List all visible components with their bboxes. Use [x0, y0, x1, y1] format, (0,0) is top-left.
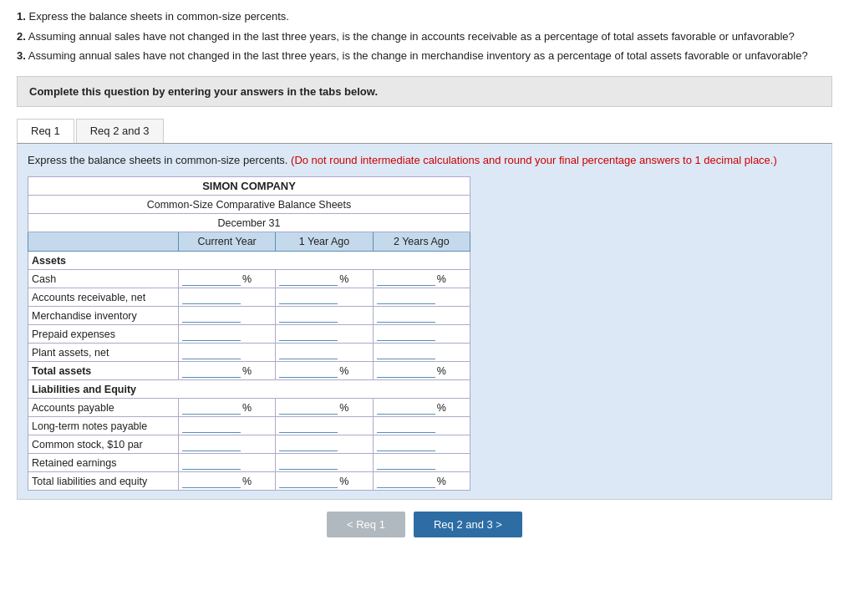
input-1-1-0[interactable]: [182, 419, 241, 433]
input-cell-0-4-2[interactable]: [373, 344, 470, 362]
prev-button[interactable]: < Req 1: [327, 512, 405, 537]
input-cell-1-3-1[interactable]: [276, 454, 373, 472]
input-cell-0-1-2[interactable]: [373, 288, 470, 307]
col-header-current: Current Year: [179, 232, 276, 252]
input-0-2-1[interactable]: [279, 308, 338, 323]
pct-sign-1-4-2: %: [437, 476, 446, 487]
input-0-4-1[interactable]: [279, 345, 338, 359]
input-0-4-0[interactable]: [182, 345, 241, 359]
input-1-0-0[interactable]: [182, 400, 241, 415]
row-label-1-0: Accounts payable: [28, 399, 179, 417]
input-cell-1-3-0[interactable]: [179, 454, 276, 472]
input-cell-0-1-1[interactable]: [276, 288, 373, 307]
row-label-1-4: Total liabilities and equity: [28, 472, 179, 491]
pct-sign-0-5-0: %: [242, 365, 252, 377]
input-0-4-2[interactable]: [377, 345, 435, 359]
input-1-1-1[interactable]: [279, 419, 338, 433]
input-cell-0-2-2[interactable]: [373, 307, 470, 325]
row-label-0-5: Total assets: [28, 362, 179, 380]
input-cell-0-0-2[interactable]: %: [373, 270, 470, 288]
input-0-1-2[interactable]: [377, 290, 435, 304]
pct-sign-0-0-2: %: [437, 273, 446, 285]
input-0-0-1[interactable]: [279, 272, 338, 286]
input-cell-1-1-2[interactable]: [373, 417, 470, 435]
next-button[interactable]: Req 2 and 3 >: [414, 512, 522, 537]
pct-sign-1-0-0: %: [242, 402, 252, 414]
balance-sheet-table-container: SIMON COMPANY Common-Size Comparative Ba…: [28, 176, 821, 491]
row-label-0-1: Accounts receivable, net: [28, 288, 179, 307]
table-row: Long-term notes payable: [28, 417, 470, 435]
input-0-2-0[interactable]: [182, 308, 241, 323]
input-cell-1-4-0[interactable]: %: [179, 472, 276, 491]
tab-req1[interactable]: Req 1: [17, 119, 74, 143]
input-0-3-0[interactable]: [182, 327, 241, 341]
input-cell-1-0-1[interactable]: %: [276, 399, 373, 417]
tab-req23[interactable]: Req 2 and 3: [76, 119, 164, 143]
section-header-0: Assets: [28, 252, 470, 270]
table-row: Prepaid expenses: [28, 325, 470, 344]
table-row: Cash%%%: [28, 270, 470, 288]
pct-sign-0-5-2: %: [437, 365, 446, 377]
input-1-4-1[interactable]: [279, 474, 338, 488]
input-cell-1-0-0[interactable]: %: [179, 399, 276, 417]
input-1-2-2[interactable]: [377, 437, 435, 451]
input-cell-0-0-1[interactable]: %: [276, 270, 373, 288]
input-1-4-2[interactable]: [377, 474, 435, 488]
input-1-0-1[interactable]: [279, 400, 338, 415]
input-0-5-2[interactable]: [377, 364, 435, 378]
tab-bar: Req 1 Req 2 and 3: [17, 119, 832, 144]
input-0-0-0[interactable]: [182, 272, 241, 286]
col-header-1yr: 1 Year Ago: [276, 232, 373, 252]
input-0-3-2[interactable]: [377, 327, 435, 341]
input-cell-0-4-1[interactable]: [276, 344, 373, 362]
input-cell-0-5-1[interactable]: %: [276, 362, 373, 380]
section-header-1: Liabilities and Equity: [28, 380, 470, 399]
input-1-3-1[interactable]: [279, 456, 338, 470]
input-cell-0-0-0[interactable]: %: [179, 270, 276, 288]
row-label-0-3: Prepaid expenses: [28, 325, 179, 344]
row-label-1-2: Common stock, $10 par: [28, 435, 179, 454]
tab-desc-normal: Express the balance sheets in common-siz…: [28, 154, 287, 166]
input-0-1-0[interactable]: [182, 290, 241, 304]
input-cell-0-1-0[interactable]: [179, 288, 276, 307]
input-1-0-2[interactable]: [377, 400, 435, 415]
input-0-5-1[interactable]: [279, 364, 338, 378]
pct-sign-1-4-1: %: [339, 476, 348, 487]
input-0-3-1[interactable]: [279, 327, 338, 341]
input-cell-1-0-2[interactable]: %: [373, 399, 470, 417]
input-cell-1-3-2[interactable]: [373, 454, 470, 472]
input-1-3-0[interactable]: [182, 456, 241, 470]
input-cell-1-1-1[interactable]: [276, 417, 373, 435]
input-0-0-2[interactable]: [377, 272, 435, 286]
input-cell-0-3-2[interactable]: [373, 325, 470, 344]
input-cell-1-2-1[interactable]: [276, 435, 373, 454]
input-cell-1-4-2[interactable]: %: [373, 472, 470, 491]
input-0-1-1[interactable]: [279, 290, 338, 304]
pct-sign-0-0-1: %: [339, 273, 348, 285]
input-cell-0-5-2[interactable]: %: [373, 362, 470, 380]
input-1-1-2[interactable]: [377, 419, 435, 433]
input-cell-1-2-0[interactable]: [179, 435, 276, 454]
input-cell-0-2-0[interactable]: [179, 307, 276, 325]
input-1-4-0[interactable]: [182, 474, 241, 488]
input-1-2-0[interactable]: [182, 437, 241, 451]
input-cell-0-4-0[interactable]: [179, 344, 276, 362]
input-cell-0-3-0[interactable]: [179, 325, 276, 344]
table-row: Plant assets, net: [28, 344, 470, 362]
input-0-2-2[interactable]: [377, 308, 435, 323]
input-0-5-0[interactable]: [182, 364, 241, 378]
pct-sign-0-5-1: %: [339, 365, 348, 377]
input-cell-0-3-1[interactable]: [276, 325, 373, 344]
input-cell-1-1-0[interactable]: [179, 417, 276, 435]
input-1-2-1[interactable]: [279, 437, 338, 451]
input-cell-1-4-1[interactable]: %: [276, 472, 373, 491]
input-cell-0-2-1[interactable]: [276, 307, 373, 325]
row-label-0-4: Plant assets, net: [28, 344, 179, 362]
table-row: Total assets%%%: [28, 362, 470, 380]
input-cell-0-5-0[interactable]: %: [179, 362, 276, 380]
row-label-0-2: Merchandise inventory: [28, 307, 179, 325]
col-header-2yr: 2 Years Ago: [373, 232, 470, 252]
input-cell-1-2-2[interactable]: [373, 435, 470, 454]
pct-sign-0-0-0: %: [242, 273, 252, 285]
input-1-3-2[interactable]: [377, 456, 435, 470]
